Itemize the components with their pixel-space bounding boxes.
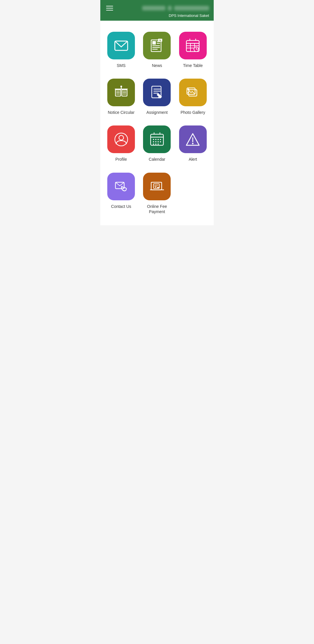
- school-name: DPS International Saket: [105, 13, 209, 18]
- gallery-icon: [185, 85, 200, 100]
- grid-item-calendar[interactable]: Calendar: [139, 120, 175, 167]
- grid-item-fee[interactable]: ₹ Online Fee Payment: [139, 167, 175, 220]
- news-label: News: [152, 63, 162, 68]
- svg-point-56: [155, 144, 156, 145]
- blurred-text-2: [174, 6, 209, 10]
- contact-icon-box: [107, 173, 135, 200]
- alert-label: Alert: [189, 157, 197, 162]
- timetable-icon-box: [179, 32, 207, 59]
- grid-item-profile[interactable]: Profile: [103, 120, 139, 167]
- fee-icon: ₹: [149, 179, 165, 194]
- svg-point-47: [153, 139, 154, 140]
- grid-item-alert[interactable]: Alert: [175, 120, 211, 167]
- fee-label: Online Fee Payment: [142, 204, 172, 214]
- profile-icon: [114, 132, 129, 147]
- blurred-dot: [168, 6, 172, 10]
- svg-point-40: [188, 89, 189, 90]
- svg-point-54: [160, 141, 161, 142]
- news-icon-box: N: [143, 32, 171, 59]
- svg-text:N: N: [159, 39, 161, 42]
- fee-icon-box: ₹: [143, 173, 171, 200]
- svg-point-51: [153, 141, 154, 142]
- grid-item-assignment[interactable]: Assignment: [139, 73, 175, 120]
- svg-rect-43: [151, 134, 163, 145]
- header-blurred-info: [142, 6, 209, 10]
- header: DPS International Saket: [100, 0, 214, 21]
- profile-icon-box: [107, 125, 135, 153]
- contact-label: Contact Us: [111, 204, 131, 209]
- contact-icon: [114, 179, 129, 194]
- svg-rect-68: [157, 187, 159, 188]
- profile-label: Profile: [115, 157, 127, 162]
- assignment-icon: [149, 85, 165, 100]
- hamburger-button[interactable]: [105, 5, 114, 12]
- svg-rect-62: [151, 182, 162, 190]
- svg-point-41: [115, 133, 128, 146]
- timetable-label: Time Table: [183, 63, 203, 68]
- svg-point-60: [192, 143, 194, 144]
- notice-label: Notice Circular: [108, 110, 135, 115]
- grid-item-notice[interactable]: Notice Circular: [103, 73, 139, 120]
- svg-point-52: [155, 141, 156, 142]
- alert-icon: [185, 132, 200, 147]
- svg-point-49: [158, 139, 159, 140]
- assignment-icon-box: [143, 79, 171, 106]
- svg-point-42: [119, 135, 124, 140]
- svg-point-57: [158, 144, 159, 145]
- gallery-icon-box: [179, 79, 207, 106]
- header-top: [105, 5, 209, 12]
- main-grid: SMS N News: [100, 21, 214, 225]
- svg-point-55: [153, 144, 154, 145]
- sms-label: SMS: [117, 63, 125, 68]
- svg-rect-2: [152, 41, 156, 45]
- alert-icon-box: [179, 125, 207, 153]
- grid-item-timetable[interactable]: Time Table: [175, 26, 211, 73]
- sms-icon-box: [107, 32, 135, 59]
- svg-point-48: [155, 139, 156, 140]
- sms-icon: [114, 38, 129, 53]
- svg-rect-38: [189, 90, 197, 96]
- calendar-label: Calendar: [149, 157, 165, 162]
- news-icon: N: [149, 38, 165, 53]
- timetable-icon: [185, 38, 200, 53]
- grid-item-contact[interactable]: Contact Us: [103, 167, 139, 220]
- svg-point-50: [160, 139, 161, 140]
- grid-item-news[interactable]: N News: [139, 26, 175, 73]
- svg-point-31: [120, 86, 122, 87]
- calendar-icon-box: [143, 125, 171, 153]
- calendar-icon: [149, 132, 165, 147]
- gallery-label: Photo Gallery: [181, 110, 205, 115]
- assignment-label: Assignment: [146, 110, 167, 115]
- app-container: DPS International Saket SMS: [100, 0, 214, 225]
- svg-point-53: [158, 141, 159, 142]
- notice-icon: [114, 85, 129, 100]
- grid-item-gallery[interactable]: Photo Gallery: [175, 73, 211, 120]
- notice-icon-box: [107, 79, 135, 106]
- grid-item-sms[interactable]: SMS: [103, 26, 139, 73]
- blurred-text-1: [142, 6, 165, 10]
